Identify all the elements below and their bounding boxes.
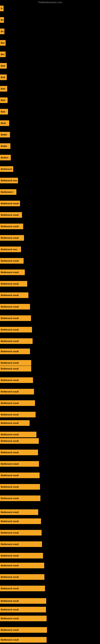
bar-item-2: Bo	[0, 17, 4, 23]
bar-item-36: Bottleneck result	[0, 400, 35, 406]
bar-label-11: Bottl	[0, 120, 9, 126]
bar-label-57: Bottleneck result	[0, 627, 47, 633]
bar-label-21: Bottleneck result	[0, 235, 24, 241]
bar-item-19: Bottleneck result	[0, 212, 22, 218]
bar-label-4: Bot	[0, 40, 6, 46]
bar-label-18: Bottleneck result	[0, 201, 20, 206]
bar-label-20: Bottleneck result	[0, 224, 23, 229]
site-title: TheBottlenecker.com	[38, 1, 62, 4]
bar-label-54: Bottleneck result	[0, 598, 46, 604]
bar-label-53: Bottleneck result	[0, 586, 45, 591]
bar-label-34: Bottleneck result	[0, 377, 33, 383]
bar-label-49: Bottleneck result	[0, 541, 42, 547]
bar-item-18: Bottleneck result	[0, 201, 20, 206]
bar-label-1: B	[0, 6, 3, 11]
bar-item-33: Bottleneck result	[0, 366, 31, 372]
bar-label-46: Bottleneck result	[0, 509, 38, 515]
bar-label-25: Bottleneck result	[0, 281, 27, 286]
bar-label-33: Bottleneck result	[0, 366, 31, 372]
bar-label-51: Bottleneck result	[0, 563, 44, 568]
bar-label-31: Bottleneck result	[0, 348, 30, 354]
bar-label-19: Bottleneck result	[0, 212, 22, 218]
bar-label-24: Bottleneck result	[0, 270, 25, 275]
bar-item-4: Bot	[0, 40, 6, 46]
bar-label-58: Bottleneck result	[0, 637, 47, 642]
bar-item-20: Bottleneck result	[0, 224, 23, 229]
bar-item-50: Bottleneck result	[0, 553, 43, 558]
bar-label-26: Bottleneck result	[0, 292, 28, 298]
bar-item-48: Bottleneck result	[0, 530, 42, 536]
bar-label-40: Bottleneck result	[0, 438, 39, 444]
bar-label-45: Bottleneck result	[0, 496, 40, 501]
bar-label-9: Bott	[0, 98, 8, 103]
bar-item-28: Bottleneck result	[0, 315, 31, 321]
bar-item-39: Bottleneck result	[0, 432, 36, 437]
bar-item-11: Bottl	[0, 120, 9, 126]
bar-item-52: Bottleneck result	[0, 574, 44, 580]
bar-label-8: Bott	[0, 86, 7, 92]
bar-item-40: Bottleneck result	[0, 438, 39, 444]
bar-label-37: Bottleneck result	[0, 412, 36, 418]
bar-item-53: Bottleneck result	[0, 586, 45, 591]
bar-label-52: Bottleneck result	[0, 574, 44, 580]
bar-label-14: Bottlen	[0, 155, 11, 160]
bar-label-7: Bott	[0, 74, 7, 80]
bar-label-2: Bo	[0, 17, 4, 23]
bar-item-25: Bottleneck result	[0, 281, 27, 286]
bar-item-17: Bottleneck r	[0, 189, 16, 195]
bar-item-45: Bottleneck result	[0, 496, 40, 501]
bar-item-15: Bottleneck	[0, 166, 13, 172]
bar-item-47: Bottleneck result	[0, 518, 41, 524]
bar-item-21: Bottleneck result	[0, 235, 24, 241]
bar-label-13: Bottle	[0, 143, 10, 149]
bar-item-54: Bottleneck result	[0, 598, 46, 604]
bar-item-16: Bottleneck resu	[0, 178, 18, 183]
bar-label-48: Bottleneck result	[0, 530, 42, 536]
bar-label-43: Bottleneck result	[0, 472, 40, 478]
bar-item-10: Bott	[0, 109, 8, 114]
bar-label-36: Bottleneck result	[0, 400, 35, 406]
bar-label-42: Bottleneck result	[0, 461, 39, 467]
bar-label-47: Bottleneck result	[0, 518, 41, 524]
bar-item-56: Bottleneck result	[0, 616, 47, 621]
bar-label-41: Bottleneck result	[0, 450, 38, 455]
bar-label-35: Bottleneck result	[0, 389, 34, 394]
bar-item-8: Bott	[0, 86, 7, 92]
bar-item-41: Bottleneck result	[0, 450, 38, 455]
bar-item-6: Bott	[0, 63, 7, 69]
bar-item-23: Bottleneck result	[0, 258, 24, 264]
bar-label-56: Bottleneck result	[0, 616, 47, 621]
bar-item-3: Bo	[0, 28, 4, 34]
bar-item-13: Bottle	[0, 143, 10, 149]
bar-label-50: Bottleneck result	[0, 553, 43, 558]
bar-item-44: Bottleneck result	[0, 484, 40, 490]
bar-item-38: Bottleneck result	[0, 420, 30, 426]
bar-item-51: Bottleneck result	[0, 563, 44, 568]
bar-item-29: Bottleneck result	[0, 327, 32, 332]
bar-label-15: Bottleneck	[0, 166, 13, 172]
bar-item-7: Bott	[0, 74, 7, 80]
bar-label-23: Bottleneck result	[0, 258, 24, 264]
bar-label-3: Bo	[0, 28, 4, 34]
bar-item-1: B	[0, 6, 3, 11]
bar-item-22: Bottleneck resu	[0, 246, 21, 252]
bar-label-5: Bot	[0, 52, 6, 57]
bar-item-5: Bot	[0, 52, 6, 57]
bar-item-30: Bottleneck result	[0, 338, 33, 344]
bar-item-31: Bottleneck result	[0, 348, 30, 354]
bar-item-9: Bott	[0, 98, 8, 103]
bar-label-30: Bottleneck result	[0, 338, 33, 344]
bar-label-22: Bottleneck resu	[0, 246, 21, 252]
bar-label-12: Bottle	[0, 132, 10, 138]
bar-item-37: Bottleneck result	[0, 412, 36, 418]
bar-label-38: Bottleneck result	[0, 420, 30, 426]
bar-label-10: Bott	[0, 109, 8, 114]
bar-item-58: Bottleneck result	[0, 637, 47, 642]
bar-label-17: Bottleneck r	[0, 189, 16, 195]
bar-item-57: Bottleneck result	[0, 627, 47, 633]
bar-item-43: Bottleneck result	[0, 472, 40, 478]
bar-item-49: Bottleneck result	[0, 541, 42, 547]
bar-label-6: Bott	[0, 63, 7, 69]
bar-item-32: Bottleneck result	[0, 360, 31, 366]
bar-label-16: Bottleneck resu	[0, 178, 18, 183]
